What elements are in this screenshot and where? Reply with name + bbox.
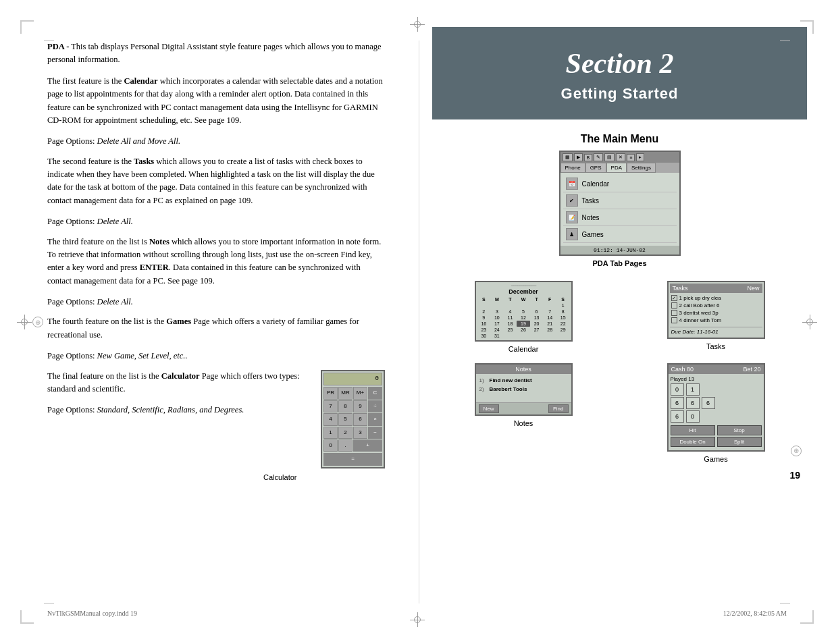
task-checkbox-1 [671,295,677,301]
page-number: 19 [432,470,807,481]
calc-label: Calculator [263,472,385,483]
notes-screenshot-item: Notes 1) Find new dentist 2) Barebert To… [432,363,615,463]
calc-bold: Calculator [161,371,200,381]
games-btn-row-1: Hit Stop [671,425,762,435]
column-separator [419,41,419,603]
notes-options: Page Options: Delete All. [47,296,385,308]
games-row-2: 6 6 6 [671,397,762,409]
games-cash-label: Cash 80 [671,366,694,373]
calc-btn-equals: = [323,453,382,465]
cal-cell-30: 30 [477,333,491,339]
left-col-line-bottom [44,603,54,603]
cal-cell-empty2 [490,302,504,308]
cal-cell-26: 26 [517,327,530,333]
cal-grid: S M T W T F S 1 [477,296,570,339]
calc-btn-8: 8 [338,400,353,412]
calendar-options-italic: Delete All and Move All. [97,136,180,146]
task-text-4: 4 dinner with Tom [679,317,722,323]
notes-num-2: 2) [479,386,488,392]
cal-cell-3: 3 [490,308,504,315]
cal-cell-24: 24 [490,327,504,333]
notes-item-1: 1) Find new dentist [478,376,569,385]
task-checkbox-2 [671,302,677,308]
games-label: Games [704,455,727,463]
cal-cell-20: 20 [530,321,544,327]
games-row-3: 6 0 [671,410,762,423]
games-card-5: 6 [702,397,715,409]
pda-tab-gps: GPS [585,163,606,173]
cal-cell-empty8 [517,333,530,339]
right-col-line-bottom [780,603,790,603]
cal-header-w: W [517,296,530,302]
corner-mark-tl [20,20,34,34]
games-stop-btn: Stop [717,425,762,435]
tasks-title: Tasks [673,285,688,292]
calc-btn-div: ÷ [368,400,382,412]
games-double-btn: Double On [671,437,715,447]
cal-cell-6: 6 [530,308,544,315]
task-text-2: 2 call Bob after 6 [679,302,720,308]
games-para: The fourth feature on the list is the Ga… [47,315,385,342]
cal-month: December [477,288,570,295]
date-right: 12/2/2002, 8:42:05 AM [723,610,787,617]
games-card-2: 1 [686,383,700,396]
games-card-6: 6 [671,410,684,423]
task-text-1: 1 pick up dry clea [679,295,721,301]
margin-circle-right: ⊕ [791,446,802,456]
bottom-bar: NvTIkGSMManual copy.indd 19 12/2/2002, 8… [0,610,834,617]
calc-btn-0: 0 [323,439,338,452]
right-column: Section 2 Getting Started The Main Menu … [419,0,834,644]
pda-main-screen: ▦ ▶ B ✎ ▤ ✕ ≡ ▸ Phone GPS PDA Settings [559,151,681,256]
pda-status-bar: 01:12: 14-JUN-02 [561,246,679,254]
tasks-due-date: Due Date: 11-16-01 [670,327,762,336]
pda-menu-games: ♟ Games [563,226,677,243]
margin-circle-left: ⊕ [32,317,43,327]
toolbar-item-1: ▦ [563,153,573,161]
tasks-label: Tasks [706,342,725,350]
toolbar-item-3: B [584,154,593,161]
pda-tab-phone: Phone [561,163,585,173]
cal-cell-7: 7 [543,308,556,315]
cal-header-s1: S [477,296,491,302]
page: ⊕ ⊕ PDA - This tab displays Personal Dig… [0,0,834,644]
cal-cell-10: 10 [490,315,504,321]
calc-btn-m+: M+ [353,387,367,399]
filename-left: NvTIkGSMManual copy.indd 19 [47,610,137,617]
cal-cell-25: 25 [504,327,517,333]
notes-label: Notes [514,419,533,427]
pda-bold-label: PDA - [47,42,69,51]
cal-cell-17: 17 [490,321,504,327]
cal-cell-9: 9 [477,315,491,321]
calendar-label: Calendar [509,345,539,353]
calc-btn-7: 7 [323,400,338,412]
games-played-label: Played 13 [671,376,762,382]
tasks-screen: Tasks New 1 pick up dry clea 2 call Bob … [667,281,765,339]
calc-options-italic: Standard, Scientific, Radians, and Degre… [97,405,244,414]
games-screenshot-item: Cash 80 Bet 20 Played 13 0 1 6 6 6 [625,363,807,463]
cal-cell-12: 12 [517,315,530,321]
cal-cell-empty6 [543,302,556,308]
pda-menu-items: 📅 Calendar ✔ Tasks 📝 Notes ♟ Games [561,173,679,246]
pda-intro-text: This tab displays Personal Digital Assis… [47,42,382,64]
cal-cell-27: 27 [530,327,544,333]
tasks-new-btn: New [747,285,759,292]
games-icon: ♟ [566,228,578,240]
calc-btn-2: 2 [338,427,353,439]
calendar-screen: ~~~~~~~~~~~~ December S M T W T F S [475,281,573,342]
cal-cell-2: 2 [477,308,491,315]
cal-header-t2: T [530,296,544,302]
section-header: Section 2 Getting Started [432,27,807,119]
games-bet-label: Bet 20 [743,366,760,373]
cal-cell-28: 28 [543,327,556,333]
games-header: Cash 80 Bet 20 [669,365,764,374]
calc-grid: PR MR M+ C 7 8 9 ÷ 4 5 6 × 1 2 3 − 0 [323,387,382,452]
cal-cell-4: 4 [504,308,517,315]
task-checkbox-4 [671,317,677,323]
calc-btn-c: C [368,387,382,399]
calendar-para: The first feature is the Calendar which … [47,75,385,128]
cal-cell-29: 29 [556,327,570,333]
notes-btn-new: New [479,404,499,413]
main-menu-title: The Main Menu [432,133,807,145]
calc-btn-pr: PR [323,387,338,399]
notes-num-1: 1) [479,377,488,383]
